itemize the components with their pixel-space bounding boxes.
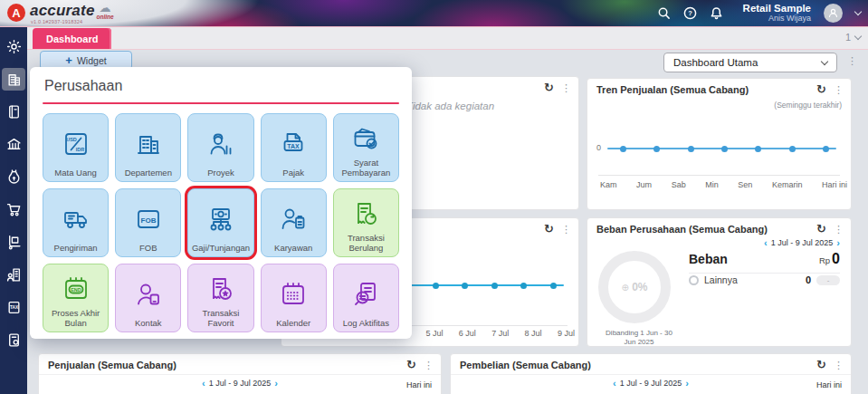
sidebar-item-settings[interactable]	[2, 35, 25, 58]
beban-amount: 0	[832, 251, 840, 266]
data-point	[491, 283, 498, 289]
no-activity-text: Tidak ada kegiatan	[406, 101, 494, 111]
window-count[interactable]: 1	[845, 32, 861, 43]
sidebar-item-company[interactable]	[2, 68, 25, 91]
version-label: v1.0.1#2937-1918324	[31, 19, 82, 24]
tax-document-icon: TAX	[279, 120, 308, 168]
search-icon[interactable]	[657, 6, 671, 20]
user-info[interactable]: Retail Sample Anis Wijaya	[743, 4, 811, 24]
refresh-icon[interactable]: ↻	[406, 360, 416, 370]
user-menu-chevron-icon[interactable]	[854, 8, 862, 15]
next-icon[interactable]: ›	[274, 380, 278, 387]
sidebar-item-sales[interactable]	[2, 166, 25, 188]
refresh-icon[interactable]: ↻	[544, 82, 554, 93]
truck-icon	[62, 195, 91, 243]
tile-fob[interactable]: FOB FOB	[115, 188, 181, 257]
next-icon[interactable]: ›	[836, 239, 840, 246]
kebab-icon[interactable]: ⋮	[424, 360, 434, 370]
svg-text:USD: USD	[66, 137, 77, 142]
tile-label: FOB	[139, 243, 157, 253]
panel-title: Penjualan (Semua Cabang)	[48, 360, 176, 370]
tile-gaji-tunjangan[interactable]: Gaji/Tunjangan	[187, 188, 253, 257]
tile-departemen[interactable]: Departemen	[115, 113, 181, 182]
tile-label: Syarat Pembayaran	[336, 158, 396, 178]
svg-text:TAX: TAX	[287, 142, 300, 149]
x-tick: 6 Jul	[459, 329, 476, 338]
plus-icon: +	[65, 56, 72, 65]
top-header: A accurate ☁online v1.0.1#2937-1918324 ?…	[0, 0, 868, 26]
building-icon	[134, 120, 163, 168]
x-tick: 9 Jul	[558, 329, 575, 338]
x-tick: Jum	[636, 180, 652, 189]
wallet-icon	[351, 120, 380, 158]
tile-label: Pengiriman	[54, 243, 98, 253]
next-icon[interactable]: ›	[685, 380, 689, 387]
sidebar-item-fixed-assets[interactable]	[2, 264, 25, 286]
currency-icon: USDIDR	[62, 120, 91, 168]
window-count-value: 1	[845, 32, 851, 43]
prev-icon[interactable]: ‹	[613, 380, 616, 387]
sidebar-nav: TAX	[0, 27, 27, 394]
tile-proyek[interactable]: Proyek	[187, 113, 253, 182]
svg-text:FOB: FOB	[140, 216, 156, 224]
tab-dashboard[interactable]: Dashboard	[33, 28, 111, 49]
refresh-icon[interactable]: ↻	[816, 224, 826, 235]
perusahaan-modal: Perusahaan USDIDR Mata Uang Departemen P…	[30, 67, 412, 339]
tile-label: Departemen	[125, 168, 172, 178]
kebab-icon[interactable]: ⋮	[834, 360, 844, 370]
sidebar-item-apps[interactable]	[2, 329, 25, 351]
chart-subtitle: (Seminggu terakhir)	[774, 101, 842, 110]
kebab-icon[interactable]: ⋮	[834, 84, 844, 95]
kebab-icon[interactable]: ⋮	[561, 82, 571, 93]
add-widget-label: Widget	[77, 55, 107, 66]
tile-karyawan[interactable]: Karyawan	[261, 188, 327, 257]
zoom-plus-icon: ⊕	[621, 283, 628, 293]
worker-icon	[206, 120, 235, 168]
kebab-icon[interactable]: ⋮	[834, 224, 844, 235]
tile-log-aktifitas[interactable]: Log Aktifitas	[333, 264, 399, 332]
tile-kontak[interactable]: Kontak	[115, 264, 181, 332]
dashboard-menu-kebab-icon[interactable]: ⋮	[847, 55, 857, 66]
favorite-receipt-icon	[206, 270, 235, 308]
date-range-nav: ‹ 1 Jul - 9 Jul 2025 ›	[764, 238, 840, 247]
legend-badge: -	[816, 275, 840, 285]
sidebar-item-purchase[interactable]	[2, 198, 25, 221]
bell-icon[interactable]	[710, 6, 723, 20]
date-range: 1 Jul - 9 Jul 2025	[620, 379, 682, 388]
legend-row[interactable]: Lainnya 0 -	[689, 274, 840, 285]
avatar[interactable]	[824, 4, 843, 23]
tile-label: Transaksi Favorit	[190, 308, 251, 328]
tile-transaksi-berulang[interactable]: Transaksi Berulang	[333, 188, 399, 257]
sidebar-item-inventory[interactable]	[2, 231, 25, 254]
tile-kalender[interactable]: Kalender	[261, 264, 327, 332]
svg-text:END: END	[71, 287, 81, 293]
refresh-icon[interactable]: ↻	[816, 84, 826, 95]
tile-mata-uang[interactable]: USDIDR Mata Uang	[43, 113, 109, 182]
salary-icon	[206, 195, 235, 243]
tile-transaksi-favorit[interactable]: Transaksi Favorit	[187, 264, 253, 332]
tile-syarat-pembayaran[interactable]: Syarat Pembayaran	[333, 113, 399, 182]
sidebar-item-ledger[interactable]	[2, 101, 25, 123]
kebab-icon[interactable]: ⋮	[561, 224, 571, 235]
menu-tile-grid: USDIDR Mata Uang Departemen Proyek TAX	[43, 113, 399, 332]
dashboard-select[interactable]: Dashboard Utama	[663, 53, 837, 72]
refresh-icon[interactable]: ↻	[544, 224, 554, 235]
tile-proses-akhir-bulan[interactable]: END Proses Akhir Bulan	[43, 264, 109, 332]
panel-title: Tren Penjualan (Semua Cabang)	[596, 84, 749, 95]
date-range-nav: ‹ 1 Jul - 9 Jul 2025 ›	[613, 379, 689, 388]
sidebar-item-tax[interactable]: TAX	[2, 296, 25, 319]
tile-pajak[interactable]: TAX Pajak	[261, 113, 327, 182]
pembelian-panel: Pembelian (Semua Cabang) ↻ ⋮ ‹ 1 Jul - 9…	[450, 353, 852, 394]
currency-label: Rp	[819, 255, 830, 265]
help-icon[interactable]: ?	[683, 6, 697, 20]
data-point	[688, 146, 694, 152]
svg-text:?: ?	[688, 9, 692, 17]
prev-icon[interactable]: ‹	[764, 239, 768, 246]
refresh-icon[interactable]: ↻	[816, 360, 826, 370]
employee-icon	[279, 195, 308, 243]
sidebar-item-cash-bank[interactable]	[2, 133, 25, 156]
x-tick: Kam	[600, 180, 617, 189]
tile-pengiriman[interactable]: Pengiriman	[43, 188, 109, 257]
prev-icon[interactable]: ‹	[202, 380, 205, 387]
data-point	[823, 146, 829, 152]
